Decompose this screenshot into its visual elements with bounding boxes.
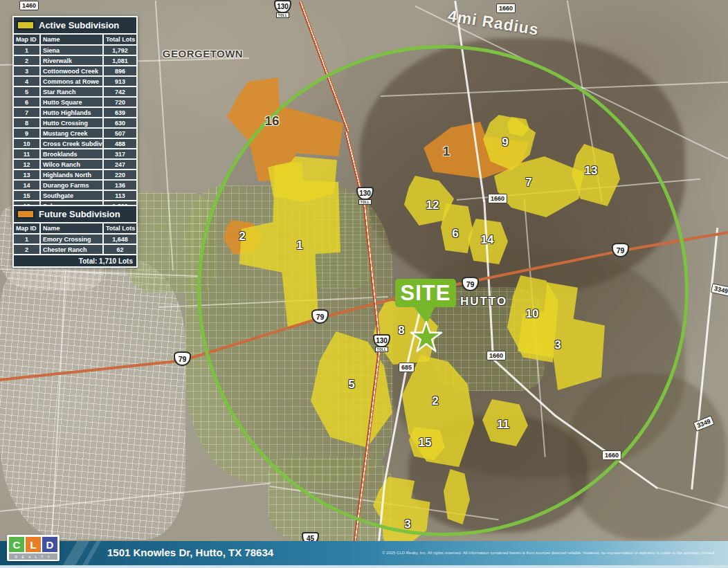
map-id-label: 1 bbox=[296, 239, 302, 253]
cell-name: Brooklands bbox=[41, 149, 102, 158]
map-id-label: 3 bbox=[404, 517, 410, 531]
cld-realty-logo: C L D R E A L T Y bbox=[7, 535, 60, 561]
map-id-label: 14 bbox=[481, 233, 494, 247]
table-row: 1 Siena 1,792 bbox=[14, 46, 136, 55]
cell-map-id: 14 bbox=[14, 181, 39, 190]
cell-name: Chester Ranch bbox=[41, 245, 102, 254]
city-label-georgetown: GEORGETOWN bbox=[163, 48, 243, 59]
table-row: 12 Wilco Ranch 247 bbox=[14, 160, 136, 169]
route-shield-1460: 1460 bbox=[19, 1, 39, 10]
cell-name: Cross Creek Subdivi bbox=[41, 139, 102, 148]
map-id-label: 1 bbox=[443, 144, 451, 159]
legend-title: Active Subdivision bbox=[39, 20, 119, 30]
table-row: 4 Commons at Rowe 913 bbox=[14, 77, 136, 86]
site-star-icon bbox=[410, 321, 443, 353]
logo-letter-d: D bbox=[42, 537, 57, 552]
cell-name: Hutto Highlands bbox=[41, 108, 102, 117]
future-swatch-icon bbox=[17, 210, 35, 219]
route-shield-1660: 1660 bbox=[496, 3, 516, 13]
col-map-id: Map ID bbox=[14, 223, 39, 233]
cell-map-id: 2 bbox=[14, 56, 39, 65]
map-id-label: 2 bbox=[239, 230, 245, 244]
route-shield-1660: 1660 bbox=[488, 194, 507, 203]
route-shield-130-toll: 130 TOLL bbox=[274, 0, 291, 18]
table-row: 2 Riverwalk 1,081 bbox=[14, 56, 136, 65]
legend-header-row: Map ID Name Total Lots bbox=[14, 223, 136, 233]
cell-name: Wilco Ranch bbox=[41, 160, 102, 169]
table-row: 2 Chester Ranch 62 bbox=[14, 245, 136, 254]
cell-name: Hutto Crossing bbox=[41, 118, 102, 127]
logo-realty-label: R E A L T Y bbox=[9, 553, 57, 560]
active-swatch-icon bbox=[17, 21, 35, 30]
cell-lots: 136 bbox=[104, 181, 136, 190]
cell-map-id: 13 bbox=[14, 170, 39, 179]
cell-lots: 1,648 bbox=[104, 235, 136, 244]
cell-lots: 488 bbox=[104, 139, 136, 148]
map-id-label: 5 bbox=[348, 378, 354, 392]
cell-name: Riverwalk bbox=[41, 56, 102, 65]
map-id-label: 2 bbox=[432, 394, 438, 408]
table-row: 6 Hutto Square 720 bbox=[14, 98, 136, 107]
col-name: Name bbox=[41, 35, 102, 44]
table-row: 13 Highlands North 220 bbox=[14, 170, 136, 179]
cell-lots: 630 bbox=[104, 118, 136, 127]
cell-lots: 220 bbox=[104, 170, 136, 179]
footer-address: 1501 Knowles Dr, Hutto, TX 78634 bbox=[107, 547, 273, 558]
route-shield-1660: 1660 bbox=[486, 351, 506, 360]
cell-lots: 1,081 bbox=[104, 56, 136, 65]
legend-rows: 1 Siena 1,792 2 Riverwalk 1,081 3 Cotton… bbox=[14, 46, 136, 210]
map-id-label: 9 bbox=[502, 136, 508, 149]
table-row: 15 Southgate 113 bbox=[14, 191, 136, 200]
cell-map-id: 9 bbox=[14, 129, 39, 138]
cell-name: Southgate bbox=[41, 191, 102, 200]
cell-lots: 720 bbox=[104, 98, 136, 107]
legend-total: Total: 1,710 Lots bbox=[14, 255, 136, 266]
map-id-label: 7 bbox=[525, 176, 531, 190]
cell-lots: 247 bbox=[104, 160, 136, 169]
cell-map-id: 1 bbox=[14, 46, 39, 55]
map-id-label: 11 bbox=[497, 418, 509, 432]
legend-title-bar: Active Subdivision bbox=[14, 17, 136, 33]
cell-name: Durango Farms bbox=[41, 181, 102, 190]
legend-future-subdivision: Future Subdivision Map ID Name Total Lot… bbox=[12, 205, 138, 268]
table-row: 11 Brooklands 317 bbox=[14, 149, 136, 158]
legend-title-bar: Future Subdivision bbox=[14, 206, 136, 222]
route-shield-3349: 3349 bbox=[711, 283, 728, 297]
footer-bottom-strip bbox=[0, 565, 728, 568]
cell-name: Highlands North bbox=[41, 170, 102, 179]
table-row: 10 Cross Creek Subdivi 488 bbox=[14, 139, 136, 148]
table-row: 9 Mustang Creek 507 bbox=[14, 129, 136, 138]
footer-copyright: © 2025 CLD Realty, Inc. All rights reser… bbox=[382, 551, 724, 555]
map-id-label: 8 bbox=[398, 324, 404, 338]
cell-map-id: 7 bbox=[14, 108, 39, 117]
cell-name: Hutto Square bbox=[41, 98, 102, 107]
map-id-label: 6 bbox=[452, 227, 458, 241]
cell-lots: 62 bbox=[104, 245, 136, 254]
cell-map-id: 8 bbox=[14, 118, 39, 127]
cell-lots: 507 bbox=[104, 129, 136, 138]
map-id-label: 13 bbox=[585, 164, 598, 178]
cell-name: Star Ranch bbox=[41, 87, 102, 96]
legend-rows: 1 Emory Crossing 1,648 2 Chester Ranch 6… bbox=[14, 235, 136, 254]
cell-lots: 639 bbox=[104, 108, 136, 117]
cell-map-id: 5 bbox=[14, 87, 39, 96]
cell-lots: 742 bbox=[104, 87, 136, 96]
route-shield-130-toll: 130 TOLL bbox=[373, 334, 390, 352]
col-total-lots: Total Lots bbox=[104, 223, 136, 233]
cell-name: Emory Crossing bbox=[41, 235, 102, 244]
logo-letters: C L D bbox=[9, 537, 57, 552]
cell-name: Cottonwood Creek bbox=[41, 66, 102, 75]
cell-name: Commons at Rowe bbox=[41, 77, 102, 86]
col-total-lots: Total Lots bbox=[104, 35, 136, 44]
cell-map-id: 11 bbox=[14, 149, 39, 158]
cell-lots: 317 bbox=[104, 149, 136, 158]
col-name: Name bbox=[41, 223, 102, 233]
cell-map-id: 2 bbox=[14, 245, 39, 254]
cell-map-id: 1 bbox=[14, 235, 39, 244]
logo-letter-c: C bbox=[9, 537, 24, 552]
legend-title: Future Subdivision bbox=[39, 209, 120, 219]
cell-map-id: 3 bbox=[14, 66, 39, 75]
cell-map-id: 15 bbox=[14, 191, 39, 200]
map-id-label: 12 bbox=[426, 199, 439, 212]
map-id-label: 10 bbox=[526, 307, 539, 321]
